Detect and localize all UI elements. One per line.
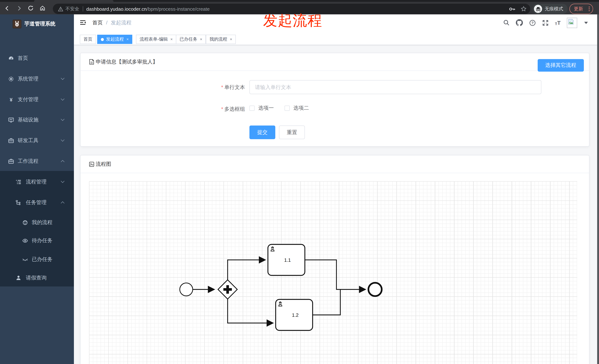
bookmark-star-icon[interactable] [521,6,527,12]
flow-gateway-to-task12 [228,299,273,323]
broken-image-icon [568,19,574,25]
sidebar-item-my-process[interactable]: 我的流程 [0,217,74,228]
submit-button[interactable]: 提交 [249,126,275,139]
gear-icon [8,76,14,82]
form-card-title-text: 申请信息【测试多审批人】 [96,59,158,65]
forward-button[interactable] [14,3,24,13]
passwords-key-icon[interactable] [509,7,515,11]
security-label[interactable]: 不安全 [65,6,79,12]
sidebar-item-task-management[interactable]: 任务管理 [0,197,74,208]
sidebar-item-todo-tasks[interactable]: 待办任务 [0,236,74,246]
app-logo[interactable]: 芋道管理系统 [0,14,74,34]
sidebar-collapse-button[interactable] [79,19,86,26]
tab-label: 流程表单-编辑 [140,36,168,42]
tab-close-icon[interactable]: × [170,37,173,41]
start-event[interactable] [180,283,193,296]
reset-button[interactable]: 重置 [279,126,305,139]
tab-close-icon[interactable]: × [200,37,202,41]
page-scrollbar[interactable] [597,14,599,364]
update-label: 更新 [574,6,583,12]
home-icon [40,5,45,11]
tab-label: 已办任务 [180,36,197,42]
browser-menu-icon[interactable] [589,7,590,11]
home-button[interactable] [38,3,47,13]
breadcrumb-current: 发起流程 [111,20,132,25]
flow-task12-to-end [313,289,340,315]
avatar-dropdown-caret[interactable] [584,22,588,24]
sidebar-item-label: 已办任务 [32,256,53,263]
sidebar-item-label: 我的流程 [32,219,53,226]
help-icon[interactable]: ? [529,19,536,26]
tags-view-bar: 首页 发起流程 × 流程表单-编辑 × 已办任务 × 我的流程 × [74,31,599,45]
chevron-down-icon [61,76,64,80]
avatar[interactable] [567,17,577,28]
app-title: 芋道管理系统 [24,21,55,27]
screen: 不安全 dashboard.yudao.iocoder.cn/bpm/proce… [0,0,599,364]
eye-closed-icon [22,257,28,262]
checkbox-icon[interactable] [249,106,255,111]
github-icon[interactable] [516,19,523,26]
browser-active-tab[interactable] [34,0,114,2]
sidebar-item-system[interactable]: 系统管理 [0,74,74,84]
sidebar: 芋道管理系统 首页 系统管理 ¥ 支付管理 [0,14,74,364]
tab-label: 我的流程 [210,36,227,42]
sidebar-item-devtools[interactable]: 研发工具 [0,135,74,146]
reload-icon [28,5,34,11]
tab-form-edit[interactable]: 流程表单-编辑 × [136,35,176,44]
checkbox-icon[interactable] [284,106,290,111]
text-field-label: *单行文本 [182,84,245,91]
sidebar-item-payment[interactable]: ¥ 支付管理 [0,94,74,105]
diagram-card-header: 流程图 [80,155,589,173]
form-card-header: 申请信息【测试多审批人】 [80,53,589,71]
sidebar-item-leave-query[interactable]: 请假查询 [0,273,74,283]
sidebar-item-workflow[interactable]: 工作流程 [0,156,74,167]
main-content: 申请信息【测试多审批人】 选择其它流程 *单行文本 *多选框组 选项一 选项二 … [74,45,599,364]
back-button[interactable] [2,3,12,13]
breadcrumb-home[interactable]: 首页 [92,20,103,25]
sidebar-item-home[interactable]: 首页 [0,53,74,63]
form-card-title: 申请信息【测试多审批人】 [89,59,158,65]
fullscreen-icon[interactable] [542,19,549,26]
task-label: 1.2 [292,312,299,318]
reload-button[interactable] [26,3,35,13]
tree-list-icon [16,179,21,185]
process-diagram-card: 流程图 [80,155,589,364]
sidebar-item-label: 待办任务 [32,237,53,244]
tab-close-icon[interactable]: × [126,37,129,41]
bpmn-diagram: 1.1 1.2 [89,181,577,364]
collapse-arrow-icon [84,21,86,24]
search-icon[interactable] [503,20,509,26]
tab-home[interactable]: 首页 [80,35,96,44]
flow-task11-to-end [305,260,365,289]
incognito-badge: 无痕模式 [532,4,568,14]
chevron-down-icon [61,138,64,142]
font-size-icon[interactable]: TT [555,20,561,26]
breadcrumb-separator: / [106,20,107,25]
update-button[interactable]: 更新 [569,4,593,14]
tab-close-icon[interactable]: × [230,37,232,41]
tab-done-tasks[interactable]: 已办任务 × [176,35,206,44]
not-secure-warning-icon [58,7,63,11]
chevron-down-icon [61,179,64,183]
logo-rabbit-avatar [13,20,21,28]
tab-create-process[interactable]: 发起流程 × [97,35,132,44]
switch-process-button[interactable]: 选择其它流程 [538,59,584,72]
tab-my-process[interactable]: 我的流程 × [206,35,236,44]
annotation-text: 发起流程 [263,11,322,31]
breadcrumb: 首页/发起流程 [92,20,132,26]
url-host[interactable]: dashboard.yudao.iocoder.cn [86,6,147,12]
incognito-icon [534,5,542,13]
back-icon [6,6,8,10]
checkbox-option-1[interactable]: 选项一 [249,105,274,111]
sidebar-item-infrastructure[interactable]: 基础设施 [0,115,74,125]
checkbox-group-label: *多选框组 [182,106,245,113]
single-line-text-input[interactable] [249,80,541,94]
flow-branch-icon [16,200,21,206]
end-event[interactable] [368,283,382,296]
sidebar-item-label: 首页 [18,55,28,62]
bpmn-canvas[interactable]: 1.1 1.2 [89,181,577,364]
sidebar-item-process-management[interactable]: 流程管理 [0,177,74,187]
checkbox-option-2[interactable]: 选项二 [284,105,309,111]
sidebar-item-done-tasks[interactable]: 已办任务 [0,254,74,265]
url-path[interactable]: /bpm/process-instance/create [147,6,210,12]
